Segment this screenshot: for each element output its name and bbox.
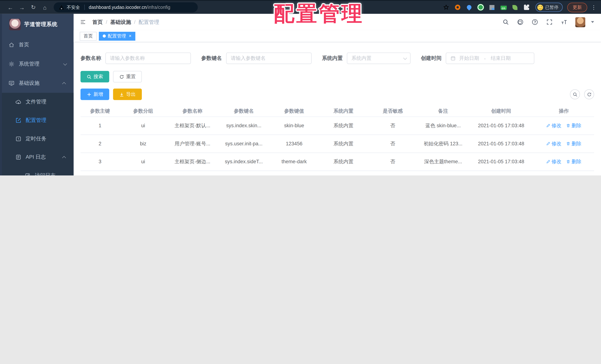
table-cell: 蓝色 skin-blue... (418, 117, 469, 135)
access-log-icon (25, 172, 31, 175)
address-bar[interactable]: 不安全 dashboard.yudao.iocoder.cn/infra/con… (54, 2, 198, 12)
param-key-label: 参数键名 (201, 55, 222, 62)
param-key-input[interactable]: 请输入参数键名 (226, 52, 312, 64)
home-icon (9, 42, 15, 48)
sidebar-item-文件管理[interactable]: 文件管理 (0, 93, 74, 111)
sidebar-item-label: 文件管理 (26, 99, 46, 105)
sidebar-item-配置管理[interactable]: 配置管理 (0, 111, 74, 130)
sidebar-item-访问日志[interactable]: 访问日志 (0, 166, 74, 175)
github-icon[interactable] (517, 19, 523, 25)
content-area: 参数名称 请输入参数名称 参数键名 请输入参数键名 系统内置 系统内置 创建时间… (74, 42, 601, 175)
table-cell: ui (120, 152, 167, 171)
table-cell: 否 (368, 152, 418, 171)
sidebar-item-定时任务[interactable]: 定时任务 (0, 130, 74, 148)
config-edit-icon (15, 117, 21, 123)
help-icon[interactable] (531, 19, 538, 25)
extension-icon-orange[interactable] (454, 4, 461, 11)
system-built-in-select[interactable]: 系统内置 (347, 52, 411, 64)
column-header: 备注 (418, 106, 469, 117)
refresh-table-button[interactable] (584, 89, 594, 99)
search-form: 参数名称 请输入参数名称 参数键名 请输入参数键名 系统内置 系统内置 创建时间… (80, 52, 594, 64)
header-search-icon[interactable] (502, 19, 509, 25)
table-cell: 主框架页-侧边... (167, 152, 218, 171)
sidebar-item-系统管理[interactable]: 系统管理 (0, 54, 74, 74)
sidebar-item-label: API 日志 (26, 154, 46, 161)
delete-link[interactable]: 删除 (566, 158, 581, 165)
toggle-search-button[interactable] (570, 89, 580, 99)
sidebar-item-首页[interactable]: 首页 (0, 35, 74, 54)
config-table: 参数主键参数分组参数名称参数键名参数键值系统内置是否敏感备注创建时间操作 1ui… (80, 106, 594, 175)
actions-cell: 修改删除 (533, 152, 594, 171)
chevron-down-icon (403, 56, 407, 60)
reload-button[interactable]: ↻ (28, 4, 39, 11)
trash-icon (566, 160, 570, 164)
extension-icon-grid[interactable] (489, 4, 495, 11)
sidebar-item-基础设施[interactable]: 基础设施 (0, 74, 74, 93)
actions-cell: 修改删除 (533, 171, 594, 175)
browser-menu-icon[interactable]: ⋮ (591, 4, 596, 10)
browser-toolbar: ← → ↻ ⌂ 不安全 dashboard.yudao.iocoder.cn/i… (0, 0, 601, 14)
trash-icon (566, 142, 570, 146)
infra-icon (9, 80, 15, 86)
add-button[interactable]: 新增 (80, 89, 109, 100)
app-title: 芋道管理系统 (24, 21, 58, 28)
tab-config[interactable]: 配置管理 × (99, 31, 135, 40)
user-menu-caret-icon[interactable] (591, 21, 594, 23)
delete-link[interactable]: 删除 (566, 122, 581, 129)
app-logo[interactable]: 芋道管理系统 (0, 14, 74, 35)
paused-label: 已暂停 (545, 4, 559, 10)
column-header: 参数名称 (167, 106, 218, 117)
table-row: 2biz用户管理-账号...sys.user.init-pa...123456系… (80, 135, 594, 153)
extension-icon-cn[interactable]: cn (500, 4, 507, 11)
param-name-input[interactable]: 请输入参数名称 (105, 52, 191, 64)
fullscreen-icon[interactable] (546, 19, 553, 25)
extension-icon-leaf[interactable] (511, 4, 518, 11)
forward-button[interactable]: → (16, 4, 28, 10)
search-button[interactable]: 搜索 (80, 71, 109, 82)
reset-button[interactable]: 重置 (113, 71, 142, 82)
table-header-row: 参数主键参数分组参数名称参数键名参数键值系统内置是否敏感备注创建时间操作 (80, 106, 594, 117)
table-cell: 1 (120, 171, 167, 175)
edit-pencil-icon (546, 123, 551, 128)
column-header: 是否敏感 (368, 106, 418, 117)
bookmark-star-icon[interactable] (443, 4, 450, 11)
table-cell: 初始化密码 123... (418, 135, 469, 153)
close-tab-icon[interactable]: × (129, 34, 131, 38)
table-cell: 系统内置 (319, 152, 368, 171)
extensions-puzzle-icon[interactable] (523, 4, 530, 11)
page-header: 首页 / 基础设施 / 配置管理 (74, 14, 601, 30)
extension-icon-pin[interactable] (465, 4, 472, 11)
table-cell: 2 (80, 135, 120, 153)
table-cell: ui (120, 117, 167, 135)
sidebar-item-label: 访问日志 (35, 172, 56, 175)
back-button[interactable]: ← (5, 4, 16, 10)
timer-icon (15, 136, 21, 142)
delete-link[interactable]: 删除 (566, 140, 581, 147)
user-avatar[interactable] (575, 17, 585, 27)
export-button[interactable]: 导出 (113, 89, 142, 100)
font-size-icon[interactable] (561, 19, 567, 25)
extension-paused-badge[interactable]: 已暂停 (535, 3, 563, 12)
browser-update-button[interactable]: 更新 (567, 2, 587, 12)
tab-home[interactable]: 首页 (80, 31, 97, 40)
sidebar: 芋道管理系统 首页系统管理基础设施文件管理配置管理定时任务API 日志访问日志错… (0, 14, 74, 175)
security-label: 不安全 (67, 4, 80, 10)
extension-icon-green[interactable] (477, 4, 484, 11)
table-cell: sys.index.sideT... (218, 152, 269, 171)
home-button[interactable]: ⌂ (39, 4, 50, 10)
create-time-range-picker[interactable]: 开始日期 - 结束日期 (446, 52, 534, 64)
actions-cell: 修改删除 (533, 135, 594, 153)
breadcrumb-home[interactable]: 首页 (92, 19, 103, 25)
table-cell: 系统内置 (319, 135, 368, 153)
system-built-in-label: 系统内置 (322, 55, 343, 62)
edit-link[interactable]: 修改 (546, 122, 561, 129)
table-cell: 系统内置 (319, 117, 368, 135)
breadcrumb-infra[interactable]: 基础设施 (110, 19, 131, 25)
active-tab-dot (103, 35, 106, 38)
edit-link[interactable]: 修改 (546, 140, 561, 147)
table-cell: 深色主题theme... (418, 152, 469, 171)
sidebar-collapse-icon[interactable] (80, 19, 86, 25)
browser-window: ← → ↻ ⌂ 不安全 dashboard.yudao.iocoder.cn/i… (0, 0, 601, 175)
edit-link[interactable]: 修改 (546, 158, 561, 165)
sidebar-item-API 日志[interactable]: API 日志 (0, 148, 74, 166)
